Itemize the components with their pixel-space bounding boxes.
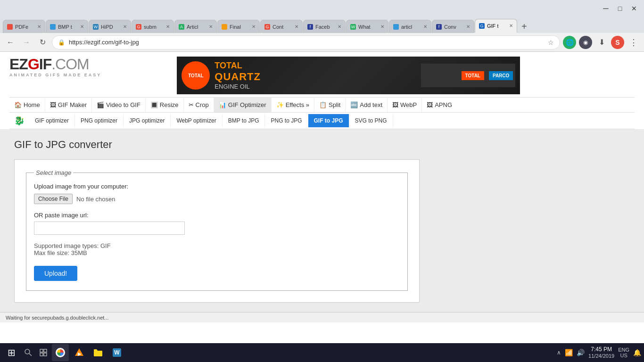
supported-types-text: Supported image types: GIF — [34, 242, 400, 249]
taskbar-chrome[interactable] — [52, 344, 69, 361]
back-button[interactable]: ← — [4, 36, 17, 49]
minimize-button[interactable]: ─ — [600, 3, 612, 14]
video-icon: 🎬 — [97, 101, 104, 108]
tab-label: Conv — [444, 24, 456, 30]
url-input[interactable] — [34, 222, 185, 235]
tab-bmp[interactable]: BMP t ✕ — [46, 20, 88, 33]
nav-split[interactable]: 📋 Split — [314, 98, 346, 112]
lang-text: ENG — [618, 347, 629, 353]
fieldset-legend: Select image — [34, 169, 73, 176]
nav-home[interactable]: 🏠 Home — [9, 98, 45, 112]
start-button[interactable]: ⊞ — [3, 344, 20, 361]
nav-resize[interactable]: 🔳 Resize — [146, 98, 184, 112]
crop-icon: ✂ — [189, 101, 194, 108]
tab-close-icon[interactable]: ✕ — [166, 24, 170, 29]
tab-close-icon[interactable]: ✕ — [295, 24, 298, 29]
tab-close-icon[interactable]: ✕ — [123, 24, 127, 29]
download-icon[interactable]: ⬇ — [595, 36, 608, 49]
close-button[interactable]: ✕ — [628, 3, 640, 14]
nav-gif-maker-label: GIF Maker — [58, 101, 87, 108]
taskbar-word[interactable]: W — [108, 344, 125, 361]
lock-icon: 🔒 — [58, 39, 65, 46]
nav-effects[interactable]: ✨ Effects » — [272, 98, 314, 112]
main-content: GIF to JPG converter Select image Upload… — [0, 129, 644, 312]
tab-subm[interactable]: G subm ✕ — [132, 20, 174, 33]
effects-icon: ✨ — [276, 101, 284, 108]
nav-video-to-gif[interactable]: 🎬 Video to GIF — [92, 98, 146, 112]
sub-nav-png-to-jpg[interactable]: PNG to JPG — [265, 114, 308, 127]
maximize-button[interactable]: □ — [614, 3, 626, 14]
sub-nav-gif-to-jpg-active[interactable]: GIF to JPG — [308, 114, 349, 127]
split-icon: 📋 — [319, 101, 327, 108]
tab-hipd[interactable]: W HiPD ✕ — [89, 20, 131, 33]
tab-close-icon[interactable]: ✕ — [80, 24, 84, 29]
tab-final[interactable]: Final ✕ — [217, 20, 260, 33]
nav-crop[interactable]: ✂ Crop — [184, 98, 214, 112]
tab-conv[interactable]: f Conv ✕ — [432, 20, 474, 33]
tab-close-icon[interactable]: ✕ — [252, 24, 256, 29]
tab-close-icon[interactable]: ✕ — [509, 23, 513, 28]
avatar[interactable]: S — [611, 36, 624, 49]
star-icon[interactable]: ☆ — [548, 39, 554, 46]
paste-url-section: OR paste image url: — [34, 212, 400, 235]
tab-close-icon[interactable]: ✕ — [338, 24, 341, 29]
tab-gif-active[interactable]: G GIF t ✕ — [475, 19, 517, 33]
sub-nav-jpg-optimizer[interactable]: JPG optimizer — [124, 114, 171, 127]
tab-label: What — [358, 24, 371, 30]
tab-close-icon[interactable]: ✕ — [466, 24, 470, 29]
upload-button[interactable]: Upload! — [34, 266, 77, 281]
address-bar: ← → ↻ 🔒 https://ezgif.com/gif-to-jpg ☆ 🌐… — [0, 33, 644, 52]
svg-text:W: W — [114, 349, 120, 356]
taskbar-files[interactable] — [90, 344, 107, 361]
site-header: EZGIF.COM ANIMATED GIFS MADE EASY TOTAL … — [0, 52, 644, 129]
text-icon: 🔤 — [350, 101, 358, 108]
tab-close-icon[interactable]: ✕ — [209, 24, 213, 29]
upload-from-computer: Upload image from your computer: Choose … — [34, 183, 400, 204]
nav-webp-label: WebP — [400, 101, 417, 108]
tab-close-icon[interactable]: ✕ — [37, 24, 41, 29]
upload-label: Upload image from your computer: — [34, 183, 400, 190]
gif-maker-icon: 🖼 — [50, 101, 56, 108]
taskbar-task-view[interactable] — [37, 346, 50, 359]
network-icon: 📶 — [565, 349, 573, 356]
tab-what[interactable]: W What ✕ — [346, 20, 388, 33]
nav-gif-maker[interactable]: 🖼 GIF Maker — [45, 98, 92, 112]
choose-file-button[interactable]: Choose File — [34, 194, 73, 204]
no-file-text: No file chosen — [76, 196, 115, 203]
tab-cont[interactable]: G Cont ✕ — [260, 20, 303, 33]
tab-faceb[interactable]: f Faceb ✕ — [303, 20, 346, 33]
sub-nav-webp-optimizer[interactable]: WebP optimizer — [171, 114, 222, 127]
sub-nav-svg-to-png[interactable]: SVG to PNG — [349, 114, 393, 127]
taskbar-search[interactable] — [22, 346, 35, 359]
svg-rect-11 — [94, 351, 102, 356]
sub-nav-png-optimizer[interactable]: PNG optimizer — [75, 114, 124, 127]
converter-box: Select image Upload image from your comp… — [14, 159, 420, 303]
taskbar-vlc[interactable]: ▶ — [71, 344, 88, 361]
tab-close-icon[interactable]: ✕ — [380, 24, 384, 29]
tab-pdfe[interactable]: PDFe ✕ — [3, 20, 45, 33]
nav-split-label: Split — [329, 101, 340, 108]
url-bar[interactable]: 🔒 https://ezgif.com/gif-to-jpg ☆ — [52, 35, 560, 49]
notification-icon[interactable]: 🔔 — [633, 349, 641, 356]
svg-rect-4 — [40, 353, 43, 356]
or-paste-label: OR paste image url: — [34, 212, 400, 219]
sub-nav-bmp-to-jpg[interactable]: BMP to JPG — [223, 114, 265, 127]
menu-button[interactable]: ⋮ — [627, 36, 640, 49]
sub-nav-gif-optimizer[interactable]: GIF optimizer — [29, 114, 75, 127]
max-size-text: Max file size: 35MB — [34, 249, 400, 256]
forward-button[interactable]: → — [20, 36, 33, 49]
nav-gif-optimizer[interactable]: 📊 GIF Optimizer — [214, 98, 272, 112]
tab-label: subm — [144, 24, 157, 30]
nav-webp[interactable]: 🖼 WebP — [388, 98, 422, 112]
new-tab-button[interactable]: + — [518, 20, 531, 33]
tab-close-icon[interactable]: ✕ — [423, 24, 427, 29]
tray-up-arrow[interactable]: ∧ — [557, 349, 561, 356]
nav-apng[interactable]: 🖼 APNG — [422, 98, 457, 112]
lang-region: ENG US — [618, 347, 629, 358]
tab-articl[interactable]: A Articl ✕ — [174, 20, 217, 33]
refresh-button[interactable]: ↻ — [36, 36, 49, 49]
tab-label: Faceb — [315, 24, 330, 30]
tab-articl2[interactable]: articl ✕ — [389, 20, 431, 33]
nav-add-text[interactable]: 🔤 Add text — [346, 98, 388, 112]
nav-effects-label: Effects » — [286, 101, 309, 108]
